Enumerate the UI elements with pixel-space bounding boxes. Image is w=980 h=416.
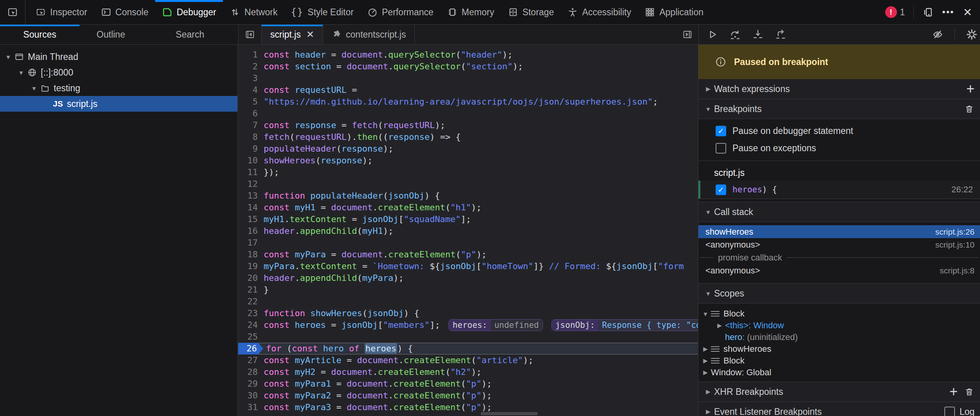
code-line-23[interactable]: 23function showHeroes(jsonObj) { [238, 307, 698, 319]
scope-node[interactable]: ▼Block [698, 308, 980, 320]
tree-item-script-js[interactable]: JSscript.js [0, 96, 237, 112]
code-editor[interactable]: 1const header = document.querySelector("… [238, 45, 698, 416]
code-line-3[interactable]: 3 [238, 72, 698, 84]
editor-tab-scriptjs[interactable]: script.js ✕ [262, 25, 323, 44]
debugger-settings-gear-icon[interactable] [966, 29, 978, 40]
log-checkbox[interactable] [944, 407, 955, 416]
inline-preview-pill[interactable]: jsonObj:Response { type: "co [551, 319, 698, 331]
code-line-10[interactable]: 10 showHeroes(response); [238, 155, 698, 166]
toolbox-tab-network[interactable]: Network [223, 0, 284, 24]
close-tab-icon[interactable]: ✕ [306, 29, 314, 40]
code-line-21[interactable]: 21} [238, 284, 698, 296]
line-number[interactable]: 3 [238, 72, 261, 84]
step-over-icon[interactable] [729, 29, 741, 40]
code-line-19[interactable]: 19 myPara.textContent = `Hometown: ${jso… [238, 260, 698, 272]
code-line-7[interactable]: 7const response = fetch(requestURL); [238, 119, 698, 131]
code-line-28[interactable]: 28 const myH2 = document.createElement("… [238, 366, 698, 378]
checkbox-checked[interactable]: ✓ [716, 126, 726, 136]
scope-node[interactable]: ▶Window: Global [698, 367, 980, 378]
code-line-26[interactable]: 26 for (const hero of heroes) { [238, 343, 698, 355]
line-number[interactable]: 23 [238, 307, 261, 319]
code-line-16[interactable]: 16 header.appendChild(myH1); [238, 225, 698, 237]
call-stack-frame[interactable]: <anonymous>script.js:10 [698, 238, 980, 251]
code-line-30[interactable]: 30 const myPara2 = document.createElemen… [238, 390, 698, 402]
toolbox-tab-memory[interactable]: Memory [440, 0, 501, 24]
checkbox-checked[interactable]: ✓ [716, 184, 726, 195]
line-number[interactable]: 17 [238, 237, 261, 249]
event-listener-breakpoints-header[interactable]: ▶ Event Listener Breakpoints Log [698, 402, 980, 416]
code-line-31[interactable]: 31 const myPara3 = document.createElemen… [238, 402, 698, 413]
line-number[interactable]: 21 [238, 284, 261, 296]
code-line-17[interactable]: 17 [238, 237, 698, 249]
remove-breakpoints-trash-icon[interactable] [964, 104, 975, 114]
toolbox-tab-console[interactable]: Console [94, 0, 155, 24]
line-number[interactable]: 14 [238, 202, 261, 213]
editor-horizontal-scrollbar[interactable] [481, 412, 538, 415]
scope-node[interactable]: hero: (uninitialized) [698, 331, 980, 343]
line-number[interactable]: 28 [238, 366, 261, 378]
breakpoint-option[interactable]: Pause on exceptions [698, 139, 980, 157]
inline-preview-pill[interactable]: heroes:undefined [448, 319, 542, 331]
xhr-breakpoints-header[interactable]: ▶ XHR Breakpoints + [698, 382, 980, 402]
breakpoint-item[interactable]: ✓heroes) {26:22 [698, 181, 980, 199]
code-line-8[interactable]: 8fetch(requestURL).then((response) => { [238, 131, 698, 143]
toolbox-tab-inspector[interactable]: Inspector [29, 0, 94, 24]
code-line-24[interactable]: 24 const heroes = jsonObj["members"];her… [238, 319, 698, 331]
toolbox-tab-debugger[interactable]: Debugger [155, 0, 223, 24]
code-line-12[interactable]: 12 [238, 178, 698, 190]
tree-item--8000[interactable]: ▼[::]:8000 [0, 65, 237, 80]
line-number[interactable]: 29 [238, 378, 261, 390]
line-number[interactable]: 8 [238, 131, 261, 143]
tab-search[interactable]: Search [142, 25, 238, 44]
line-number[interactable]: 9 [238, 143, 261, 155]
scope-node[interactable]: ▶showHeroes [698, 343, 980, 355]
line-number[interactable]: 6 [238, 108, 261, 119]
code-line-9[interactable]: 9 populateHeader(response); [238, 143, 698, 155]
line-number[interactable]: 16 [238, 225, 261, 237]
toolbox-tab-accessibility[interactable]: Accessibility [561, 0, 638, 24]
tab-sources[interactable]: Sources [0, 25, 80, 44]
code-line-20[interactable]: 20 header.appendChild(myPara); [238, 272, 698, 284]
code-line-6[interactable]: 6 [238, 108, 698, 119]
line-number[interactable]: 11 [238, 166, 261, 178]
line-number[interactable]: 19 [238, 260, 261, 272]
code-line-13[interactable]: 13function populateHeader(jsonObj) { [238, 190, 698, 202]
line-number[interactable]: 10 [238, 155, 261, 166]
code-line-5[interactable]: 5 "https://mdn.github.io/learning-area/j… [238, 96, 698, 108]
call-stack-frame[interactable]: showHeroesscript.js:26 [698, 225, 980, 238]
code-line-1[interactable]: 1const header = document.querySelector("… [238, 49, 698, 61]
line-number[interactable]: 18 [238, 249, 261, 260]
line-number[interactable]: 27 [238, 355, 261, 366]
line-number[interactable]: 25 [238, 331, 261, 343]
add-watch-expression-icon[interactable]: + [966, 83, 975, 95]
line-number[interactable]: 31 [238, 402, 261, 413]
line-number[interactable]: 13 [238, 190, 261, 202]
breakpoints-header[interactable]: ▼ Breakpoints [698, 99, 980, 119]
close-devtools-icon[interactable]: ✕ [963, 6, 972, 19]
paused-line-badge[interactable]: 26 [238, 343, 263, 355]
code-line-4[interactable]: 4const requestURL = [238, 84, 698, 96]
step-out-icon[interactable] [775, 29, 787, 40]
toolbox-tab-styleeditor[interactable]: {}Style Editor [284, 0, 360, 24]
line-number[interactable]: 30 [238, 390, 261, 402]
error-count-badge[interactable]: ! 1 [885, 6, 905, 18]
line-number[interactable]: 24 [238, 319, 261, 331]
code-line-18[interactable]: 18 const myPara = document.createElement… [238, 249, 698, 260]
tree-item-main-thread[interactable]: ▼Main Thread [0, 49, 237, 65]
scope-node[interactable]: ▶<this>: Window [698, 320, 980, 331]
watch-expressions-header[interactable]: ▶ Watch expressions + [698, 79, 980, 99]
pick-element-button[interactable] [0, 0, 25, 24]
meatball-menu-icon[interactable]: ••• [942, 7, 954, 18]
editor-tab-contentscriptjs[interactable]: contentscript.js [323, 25, 415, 44]
code-line-2[interactable]: 2const section = document.querySelector(… [238, 61, 698, 72]
collapse-sources-pane-button[interactable] [239, 25, 262, 44]
remove-xhr-breakpoints-trash-icon[interactable] [964, 387, 975, 397]
breakpoint-source-heading[interactable]: script.js [698, 161, 980, 181]
scopes-header[interactable]: ▼ Scopes [698, 283, 980, 304]
line-number[interactable]: 20 [238, 272, 261, 284]
toolbox-tab-application[interactable]: Application [638, 0, 710, 24]
expand-panes-icon[interactable] [682, 29, 693, 40]
responsive-design-mode-icon[interactable] [922, 7, 933, 18]
tab-outline[interactable]: Outline [80, 25, 142, 44]
add-xhr-breakpoint-icon[interactable]: + [949, 386, 958, 398]
